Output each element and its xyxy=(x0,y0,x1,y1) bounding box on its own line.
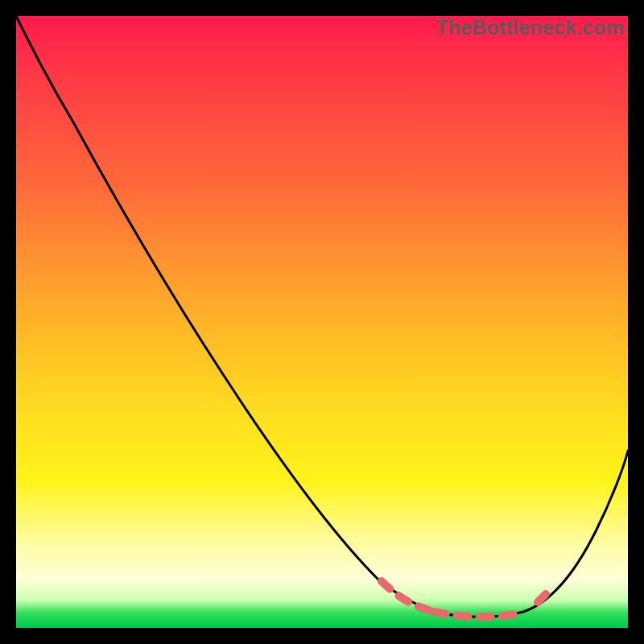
optimal-band-left xyxy=(382,581,435,612)
bottleneck-curve xyxy=(16,16,628,617)
optimal-band-bottom xyxy=(435,612,520,617)
chart-frame: TheBottleneck.com xyxy=(16,16,628,628)
curve-layer xyxy=(16,16,628,628)
optimal-band-right xyxy=(538,589,551,602)
